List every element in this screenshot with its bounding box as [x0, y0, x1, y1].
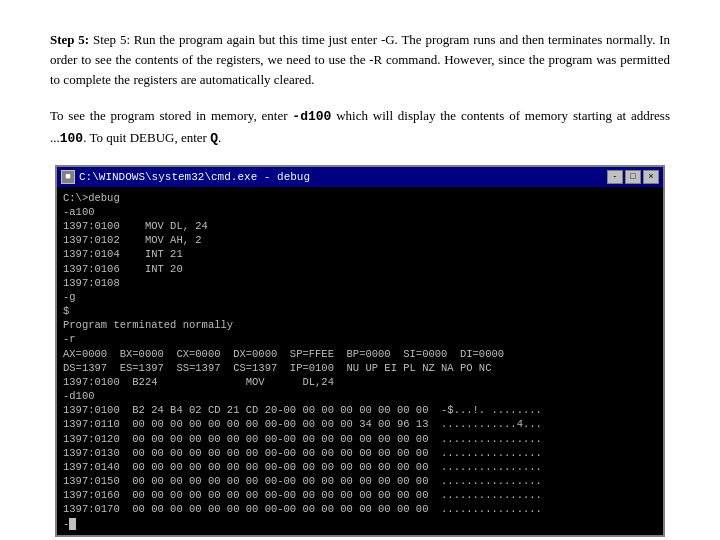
- cmd-titlebar-left: ■ C:\WINDOWS\system32\cmd.exe - debug: [61, 170, 310, 184]
- cmd-line-7: 1397:0108: [63, 276, 657, 290]
- code-100: 100: [60, 131, 83, 146]
- cmd-body: C:\>debug -a100 1397:0100 MOV DL, 24 139…: [57, 187, 663, 535]
- cmd-line-21: 1397:0150 00 00 00 00 00 00 00 00-00 00 …: [63, 474, 657, 488]
- cmd-line-3: 1397:0100 MOV DL, 24: [63, 219, 657, 233]
- cmd-line-14: 1397:0100 B224 MOV DL,24: [63, 375, 657, 389]
- cmd-line-17: 1397:0110 00 00 00 00 00 00 00 00-00 00 …: [63, 417, 657, 431]
- cmd-titlebar-controls[interactable]: - □ ×: [607, 170, 659, 184]
- cmd-title: C:\WINDOWS\system32\cmd.exe - debug: [79, 171, 310, 183]
- cmd-line-20: 1397:0140 00 00 00 00 00 00 00 00-00 00 …: [63, 460, 657, 474]
- cmd-line-22: 1397:0160 00 00 00 00 00 00 00 00-00 00 …: [63, 488, 657, 502]
- cmd-line-13: DS=1397 ES=1397 SS=1397 CS=1397 IP=0100 …: [63, 361, 657, 375]
- cmd-line-4: 1397:0102 MOV AH, 2: [63, 233, 657, 247]
- cmd-line-11: -r: [63, 332, 657, 346]
- cmd-line-12: AX=0000 BX=0000 CX=0000 DX=0000 SP=FFEE …: [63, 347, 657, 361]
- code-q: Q: [210, 131, 218, 146]
- cmd-line-15: -d100: [63, 389, 657, 403]
- cmd-line-1: C:\>debug: [63, 191, 657, 205]
- cmd-line-8: -g: [63, 290, 657, 304]
- paragraph-2: To see the program stored in memory, ent…: [50, 106, 670, 148]
- maximize-button[interactable]: □: [625, 170, 641, 184]
- close-button[interactable]: ×: [643, 170, 659, 184]
- cmd-line-6: 1397:0106 INT 20: [63, 262, 657, 276]
- paragraph-1: Step 5: Step 5: Run the program again bu…: [50, 30, 670, 90]
- cmd-icon: ■: [61, 170, 75, 184]
- paragraph-1-text: Step 5: Run the program again but this t…: [50, 32, 670, 87]
- cmd-line-9: $: [63, 304, 657, 318]
- cmd-window: ■ C:\WINDOWS\system32\cmd.exe - debug - …: [55, 165, 665, 537]
- cmd-line-2: -a100: [63, 205, 657, 219]
- step-label: Step 5:: [50, 32, 89, 47]
- cmd-titlebar: ■ C:\WINDOWS\system32\cmd.exe - debug - …: [57, 167, 663, 187]
- cmd-line-19: 1397:0130 00 00 00 00 00 00 00 00-00 00 …: [63, 446, 657, 460]
- code-d100: -d100: [292, 109, 331, 124]
- page-content: Step 5: Step 5: Run the program again bu…: [0, 0, 720, 540]
- cmd-line-24: -: [63, 517, 657, 531]
- cmd-line-10: Program terminated normally: [63, 318, 657, 332]
- cmd-line-16: 1397:0100 B2 24 B4 02 CD 21 CD 20-00 00 …: [63, 403, 657, 417]
- cmd-line-23: 1397:0170 00 00 00 00 00 00 00 00-00 00 …: [63, 502, 657, 516]
- cmd-line-5: 1397:0104 INT 21: [63, 247, 657, 261]
- minimize-button[interactable]: -: [607, 170, 623, 184]
- cmd-line-18: 1397:0120 00 00 00 00 00 00 00 00-00 00 …: [63, 432, 657, 446]
- cmd-cursor: [69, 518, 76, 530]
